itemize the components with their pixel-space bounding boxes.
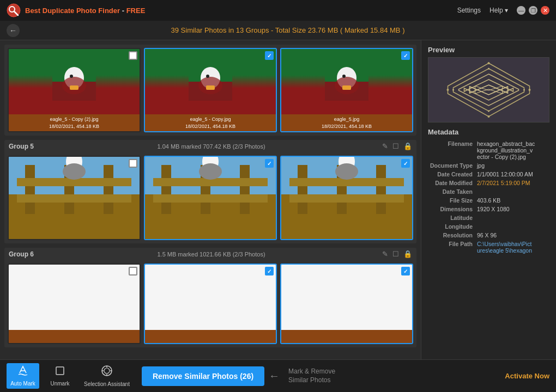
back-button[interactable]: ← <box>7 24 20 37</box>
remove-button[interactable]: Remove Similar Photos (26) <box>142 366 264 386</box>
meta-label: Filename <box>428 140 477 160</box>
photo-card[interactable]: eagle_5.jpg 18/02/2021, 454.18 KB <box>280 48 413 132</box>
photo-card[interactable]: animal_24.jpg 18/02/2021, 353.71 KB <box>280 156 413 240</box>
checkbox-icon[interactable]: ☐ <box>392 142 399 150</box>
main-layout: eagle_5 - Copy (2).jpg 18/02/2021, 454.1… <box>0 40 556 359</box>
bottom-bar: Auto Mark Unmark Selection Assistant Rem… <box>0 359 556 392</box>
meta-label: Resolution <box>428 232 477 238</box>
photo-checkbox[interactable] <box>265 159 274 168</box>
photo-card[interactable] <box>280 264 413 344</box>
meta-row-doctype: Document Type jpg <box>428 162 549 169</box>
metadata-section: Metadata Filename hexagon_abstract_backg… <box>421 128 556 256</box>
unmark-icon <box>55 365 65 379</box>
meta-label: File Size <box>428 197 477 204</box>
close-button[interactable]: ✕ <box>541 6 549 15</box>
meta-row-latitude: Latitude <box>428 215 549 221</box>
summary-text: 39 Similar Photos in 13 Groups - Total S… <box>26 26 549 34</box>
photo-checkbox[interactable] <box>129 51 137 60</box>
svg-rect-45 <box>289 194 404 203</box>
meta-value-dimensions: 1920 X 1080 <box>477 206 549 212</box>
photo-card[interactable]: animal_24 - Copy (2).jpg 18/02/2021, 353… <box>8 156 141 240</box>
preview-image <box>428 57 549 122</box>
group-section-6: Group 6 1.5 MB marked 1021.66 KB (2/3 Ph… <box>4 248 416 347</box>
meta-label: Date Taken <box>428 188 477 195</box>
app-logo-icon <box>7 3 21 17</box>
svg-rect-41 <box>298 165 307 214</box>
meta-row-filename: Filename hexagon_abstract_background_ill… <box>428 140 549 160</box>
edit-icon[interactable]: ✎ <box>382 142 388 150</box>
svg-rect-32 <box>161 165 171 214</box>
settings-menu[interactable]: Settings <box>457 7 481 14</box>
photo-checkbox[interactable] <box>265 51 274 60</box>
eagle-illustration <box>189 60 232 103</box>
group4-photos: eagle_5 - Copy (2).jpg 18/02/2021, 454.1… <box>4 45 416 136</box>
edit-icon[interactable]: ✎ <box>382 250 388 258</box>
selection-assistant-tool[interactable]: Selection Assistant <box>81 363 133 389</box>
auto-mark-tool[interactable]: Auto Mark <box>7 363 39 389</box>
photo-thumbnail <box>145 265 276 330</box>
group6-info: 1.5 MB marked 1021.66 KB (2/3 Photos) <box>40 251 382 258</box>
meta-label: Document Type <box>428 162 477 169</box>
activate-now-button[interactable]: Activate Now <box>505 372 549 380</box>
group-section-4: eagle_5 - Copy (2).jpg 18/02/2021, 454.1… <box>4 45 416 136</box>
svg-rect-34 <box>240 165 250 214</box>
photo-filename: eagle_5 - Copy (2).jpg <box>11 116 137 123</box>
photo-checkbox[interactable] <box>401 51 410 60</box>
svg-rect-27 <box>17 194 131 203</box>
photo-checkbox[interactable] <box>401 267 410 275</box>
svg-point-57 <box>447 89 449 91</box>
photo-thumbnail <box>281 265 412 330</box>
eagle-illustration <box>325 60 368 103</box>
photo-card[interactable] <box>144 264 277 344</box>
meta-label: Date Modified <box>428 180 477 186</box>
photo-checkbox[interactable] <box>401 159 410 168</box>
preview-title: Preview <box>421 40 556 57</box>
help-menu[interactable]: Help ▾ <box>489 7 508 14</box>
lock-icon[interactable]: 🔒 <box>403 142 412 150</box>
photo-info: eagle_5 - Copy (2).jpg 18/02/2021, 454.1… <box>9 114 140 131</box>
unmark-tool[interactable]: Unmark <box>44 363 76 389</box>
title-bar: Best Duplicate Photo Finder - FREE Setti… <box>0 0 556 21</box>
photo-thumbnail <box>9 157 140 222</box>
svg-point-55 <box>488 62 490 64</box>
lock-icon[interactable]: 🔒 <box>403 250 412 258</box>
photo-card[interactable]: eagle_5 - Copy.jpg 18/02/2021, 454.18 KB <box>144 48 277 132</box>
group5-info: 1.04 MB marked 707.42 KB (2/3 Photos) <box>40 143 382 150</box>
arrow-icon: ← <box>269 370 280 382</box>
meta-label: File Path <box>428 241 477 254</box>
checkbox-icon[interactable]: ☐ <box>392 250 399 258</box>
meta-row-resolution: Resolution 96 X 96 <box>428 232 549 238</box>
svg-point-62 <box>488 111 489 112</box>
photo-card[interactable]: animal_24 - Copy.jpg 18/02/2021, 353.71 … <box>144 156 277 240</box>
svg-point-59 <box>488 68 489 70</box>
groups-area[interactable]: eagle_5 - Copy (2).jpg 18/02/2021, 454.1… <box>0 40 421 359</box>
svg-point-66 <box>104 368 110 373</box>
photo-card[interactable] <box>8 264 141 344</box>
meta-row-datetaken: Date Taken <box>428 188 549 195</box>
photo-checkbox[interactable] <box>129 267 137 275</box>
photo-date: 18/02/2021, 454.18 KB <box>148 123 273 130</box>
title-right: Settings Help ▾ — ❐ ✕ <box>457 6 549 15</box>
auto-mark-label: Auto Mark <box>10 381 35 387</box>
photo-card[interactable]: eagle_5 - Copy (2).jpg 18/02/2021, 454.1… <box>8 48 141 132</box>
minimize-button[interactable]: — <box>517 6 525 15</box>
photo-date: 18/02/2021, 454.18 KB <box>11 123 137 130</box>
meta-value-filepath[interactable]: C:\Users\vaibhav\Pictures\eagle 5\hexago… <box>477 241 549 254</box>
photo-checkbox[interactable] <box>129 159 137 168</box>
photo-checkbox[interactable] <box>265 267 274 275</box>
activate-area: Activate Now <box>505 372 549 380</box>
meta-label: Dimensions <box>428 206 477 212</box>
window-controls: — ❐ ✕ <box>517 6 549 15</box>
svg-rect-23 <box>25 165 35 214</box>
meta-value-doctype: jpg <box>477 162 549 169</box>
svg-rect-36 <box>153 194 268 203</box>
auto-mark-icon <box>17 365 28 379</box>
selection-assistant-label: Selection Assistant <box>84 381 130 387</box>
meta-value-filename: hexagon_abstract_background_illustration… <box>477 140 549 160</box>
photo-filename: eagle_5 - Copy.jpg <box>148 116 273 123</box>
meta-row-dimensions: Dimensions 1920 X 1080 <box>428 206 549 212</box>
group6-photos <box>4 260 416 347</box>
meta-value-longitude <box>477 223 549 230</box>
maximize-button[interactable]: ❐ <box>529 6 537 15</box>
unmark-label: Unmark <box>50 381 69 387</box>
